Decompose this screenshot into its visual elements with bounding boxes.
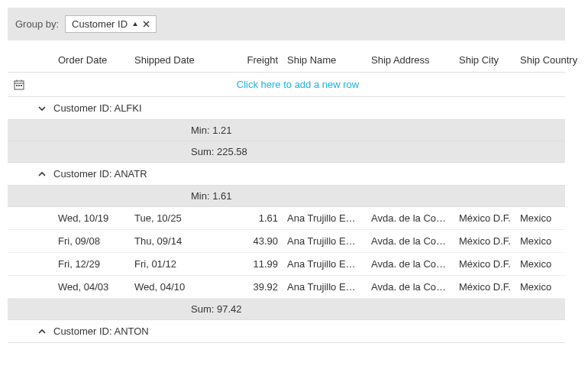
cell-freight: 39.92 xyxy=(214,276,283,298)
group-summary-min-alfki: Min: 1.21 xyxy=(8,120,565,141)
table-row[interactable]: Wed, 10/19 Tue, 10/25 1.61 Ana Trujillo … xyxy=(8,207,565,230)
new-row[interactable]: Click here to add a new row xyxy=(8,73,565,97)
chevron-up-icon[interactable] xyxy=(31,170,53,179)
table-row[interactable]: Fri, 12/29 Fri, 01/12 11.99 Ana Trujillo… xyxy=(8,253,565,276)
cell-ship-address: Avda. de la Cons... xyxy=(367,207,454,229)
column-header-ship-country[interactable]: Ship Country xyxy=(515,48,582,72)
group-chip-customer-id[interactable]: Customer ID xyxy=(65,15,157,33)
group-row-anatr[interactable]: Customer ID: ANATR xyxy=(8,163,565,186)
cell-shipped-date: Thu, 09/14 xyxy=(130,230,214,252)
cell-ship-name: Ana Trujillo Emp... xyxy=(283,276,367,298)
group-caption: Customer ID: ANTON xyxy=(53,325,149,337)
cell-ship-city: México D.F. xyxy=(454,276,515,298)
cell-ship-country: Mexico xyxy=(515,253,580,275)
close-icon[interactable] xyxy=(143,21,150,28)
cell-ship-city: México D.F. xyxy=(454,230,515,252)
cell-ship-city: México D.F. xyxy=(454,207,515,229)
group-row-anton[interactable]: Customer ID: ANTON xyxy=(8,320,565,343)
cell-ship-address: Avda. de la Cons... xyxy=(367,230,454,252)
table-row[interactable]: Wed, 04/03 Wed, 04/10 39.92 Ana Trujillo… xyxy=(8,276,565,299)
calendar-icon xyxy=(8,75,31,95)
cell-ship-address: Avda. de la Cons... xyxy=(367,276,454,298)
row-indicator-header xyxy=(8,48,31,72)
group-caption: Customer ID: ANATR xyxy=(53,168,147,180)
cell-ship-address: Avda. de la Cons... xyxy=(367,253,454,275)
svg-rect-4 xyxy=(16,85,18,86)
chevron-down-icon[interactable] xyxy=(31,104,53,113)
group-summary-min-anatr: Min: 1.61 xyxy=(8,186,565,207)
cell-ship-country: Mexico xyxy=(515,230,580,252)
group-summary-sum-anatr: Sum: 97.42 xyxy=(8,299,565,320)
cell-order-date: Wed, 10/19 xyxy=(53,207,130,229)
cell-ship-country: Mexico xyxy=(515,276,580,298)
group-gutter-header xyxy=(31,48,53,72)
sort-ascending-icon[interactable] xyxy=(132,21,138,28)
cell-ship-name: Ana Trujillo Emp... xyxy=(283,253,367,275)
cell-freight: 11.99 xyxy=(214,253,283,275)
group-by-panel: Group by: Customer ID xyxy=(8,8,565,40)
summary-min-label: Min: 1.61 xyxy=(8,190,231,202)
cell-ship-city: México D.F. xyxy=(454,253,515,275)
column-header-row: Order Date Shipped Date Freight Ship Nam… xyxy=(8,48,565,73)
cell-shipped-date: Wed, 04/10 xyxy=(130,276,214,298)
summary-sum-label: Sum: 225.58 xyxy=(8,146,247,157)
cell-order-date: Fri, 09/08 xyxy=(53,230,130,252)
group-row-alfki[interactable]: Customer ID: ALFKI xyxy=(8,97,565,120)
svg-rect-5 xyxy=(18,85,20,86)
group-summary-sum-alfki: Sum: 225.58 xyxy=(8,141,565,163)
cell-shipped-date: Tue, 10/25 xyxy=(130,207,214,229)
summary-min-label: Min: 1.21 xyxy=(8,125,231,136)
column-header-ship-city[interactable]: Ship City xyxy=(454,48,515,72)
column-header-shipped-date[interactable]: Shipped Date xyxy=(130,48,214,72)
cell-freight: 43.90 xyxy=(214,230,283,252)
cell-freight: 1.61 xyxy=(214,207,283,229)
chevron-up-icon[interactable] xyxy=(31,327,53,336)
table-row[interactable]: Fri, 09/08 Thu, 09/14 43.90 Ana Trujillo… xyxy=(8,230,565,253)
group-chip-text: Customer ID xyxy=(72,18,128,30)
new-row-prompt[interactable]: Click here to add a new row xyxy=(31,73,565,96)
cell-ship-name: Ana Trujillo Emp... xyxy=(283,207,367,229)
group-caption: Customer ID: ALFKI xyxy=(53,102,142,114)
group-by-label: Group by: xyxy=(15,18,59,30)
column-header-ship-name[interactable]: Ship Name xyxy=(283,48,367,72)
cell-ship-name: Ana Trujillo Emp... xyxy=(283,230,367,252)
column-header-order-date[interactable]: Order Date xyxy=(53,48,130,72)
data-grid: Group by: Customer ID Order Date Shipped… xyxy=(8,8,565,343)
cell-order-date: Wed, 04/03 xyxy=(53,276,130,298)
cell-order-date: Fri, 12/29 xyxy=(53,253,130,275)
cell-shipped-date: Fri, 01/12 xyxy=(130,253,214,275)
column-header-ship-address[interactable]: Ship Address xyxy=(367,48,454,72)
column-header-freight[interactable]: Freight xyxy=(214,48,283,72)
cell-ship-country: Mexico xyxy=(515,207,580,229)
summary-sum-label: Sum: 97.42 xyxy=(8,303,242,315)
svg-rect-6 xyxy=(21,85,22,86)
